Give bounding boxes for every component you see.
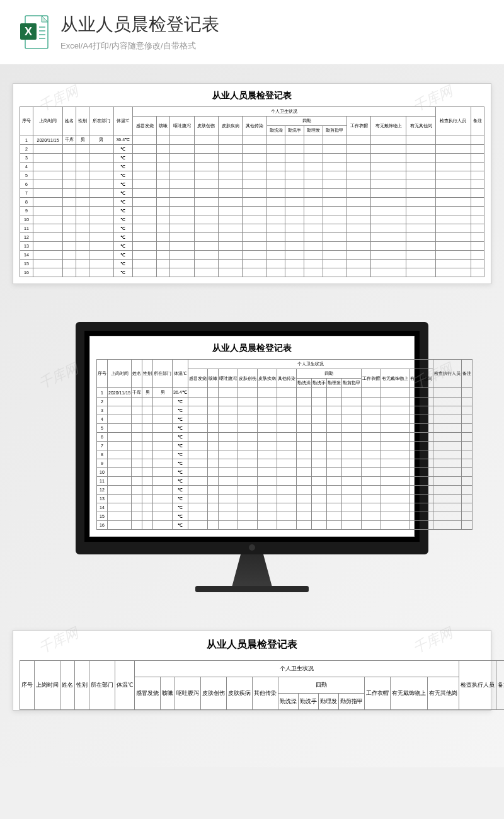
morning-check-table: 序号 上岗时间 姓名 性别 所在部门 体温℃ 个人卫生状况 检查执行人员 备注 … [20, 106, 484, 277]
sheet-title: 从业人员晨检登记表 [20, 90, 484, 101]
table-row: 5 ℃ [20, 171, 484, 180]
spreadsheet-preview-monitor: 从业人员晨检登记表 序号 上岗时间 姓名 性别 所在部门 体温℃ 个人卫生状况 … [89, 336, 415, 537]
spreadsheet-preview-bottom: 从业人员晨检登记表 序号 上岗时间 姓名 性别 所在部门 体温℃ 个人卫生状况 … [13, 630, 491, 711]
table-row: 10 ℃ [20, 215, 484, 224]
table-row: 6 ℃ [97, 433, 472, 442]
monitor-power-icon [249, 544, 255, 551]
table-row: 2 ℃ [97, 398, 472, 406]
table-row: 11 ℃ [20, 224, 484, 233]
table-row: 3 ℃ [20, 154, 484, 163]
table-body: 12020/11/15千库男 男36.4℃ 2 ℃ 3 ℃ 4 ℃ [97, 388, 472, 530]
table-row: 15 ℃ [97, 512, 472, 521]
sheet-title: 从业人员晨检登记表 [96, 343, 408, 354]
table-row: 7 ℃ [97, 442, 472, 450]
monitor-screen: 从业人员晨检登记表 序号 上岗时间 姓名 性别 所在部门 体温℃ 个人卫生状况 … [76, 322, 428, 554]
table-row: 5 ℃ [97, 424, 472, 433]
table-row: 8 ℃ [97, 450, 472, 459]
table-row: 13 ℃ [97, 495, 472, 503]
table-row: 3 ℃ [97, 406, 472, 415]
spreadsheet-preview: 从业人员晨检登记表 序号 上岗时间 姓名 性别 所在部门 体温℃ 个人卫生状况 … [13, 83, 491, 284]
table-row: 8 ℃ [20, 198, 484, 207]
table-row: 12 ℃ [97, 486, 472, 495]
page-header: X 从业人员晨检登记表 Excel/A4打印/内容随意修改/自带格式 [0, 0, 504, 64]
table-row: 16 ℃ [97, 521, 472, 530]
table-row: 12020/11/15千库男 男36.4℃ [20, 135, 484, 145]
table-row: 9 ℃ [97, 459, 472, 468]
table-row: 15 ℃ [20, 260, 484, 268]
sheet-title: 从业人员晨检登记表 [20, 638, 484, 651]
preview-area: 千库网 千库网 千库网 千库网 千库网 千库网 从业人员晨检登记表 序号 上岗时… [0, 64, 504, 767]
table-row: 14 ℃ [20, 251, 484, 260]
table-header: 序号 上岗时间 姓名 性别 所在部门 体温℃ 个人卫生状况 检查执行人员 备注 … [20, 661, 505, 710]
table-row: 6 ℃ [20, 180, 484, 189]
page-title: 从业人员晨检登记表 [60, 13, 485, 37]
table-row: 4 ℃ [97, 415, 472, 424]
table-row: 2 ℃ [20, 145, 484, 154]
table-row: 9 ℃ [20, 207, 484, 215]
monitor-mockup: 从业人员晨检登记表 序号 上岗时间 姓名 性别 所在部门 体温℃ 个人卫生状况 … [13, 322, 491, 592]
table-row: 11 ℃ [97, 477, 472, 486]
table-body: 12020/11/15千库男 男36.4℃ 2 ℃ 3 ℃ 4 ℃ [20, 135, 484, 277]
table-row: 13 ℃ [20, 242, 484, 251]
table-header: 序号 上岗时间 姓名 性别 所在部门 体温℃ 个人卫生状况 检查执行人员 备注 … [20, 107, 484, 135]
excel-icon: X [19, 14, 49, 50]
morning-check-table: 序号 上岗时间 姓名 性别 所在部门 体温℃ 个人卫生状况 检查执行人员 备注 … [96, 359, 472, 530]
table-row: 14 ℃ [97, 503, 472, 512]
morning-check-table-header-only: 序号 上岗时间 姓名 性别 所在部门 体温℃ 个人卫生状况 检查执行人员 备注 … [20, 660, 504, 710]
monitor-stand [224, 554, 280, 586]
table-row: 12 ℃ [20, 233, 484, 242]
page-subtitle: Excel/A4打印/内容随意修改/自带格式 [60, 40, 485, 52]
table-row: 4 ℃ [20, 163, 484, 171]
table-row: 10 ℃ [97, 468, 472, 477]
table-row: 16 ℃ [20, 268, 484, 277]
table-row: 7 ℃ [20, 189, 484, 198]
monitor-base [195, 586, 309, 592]
svg-text:X: X [25, 25, 32, 38]
table-header: 序号 上岗时间 姓名 性别 所在部门 体温℃ 个人卫生状况 检查执行人员 备注 … [97, 360, 472, 388]
table-row: 12020/11/15千库男 男36.4℃ [97, 388, 472, 398]
